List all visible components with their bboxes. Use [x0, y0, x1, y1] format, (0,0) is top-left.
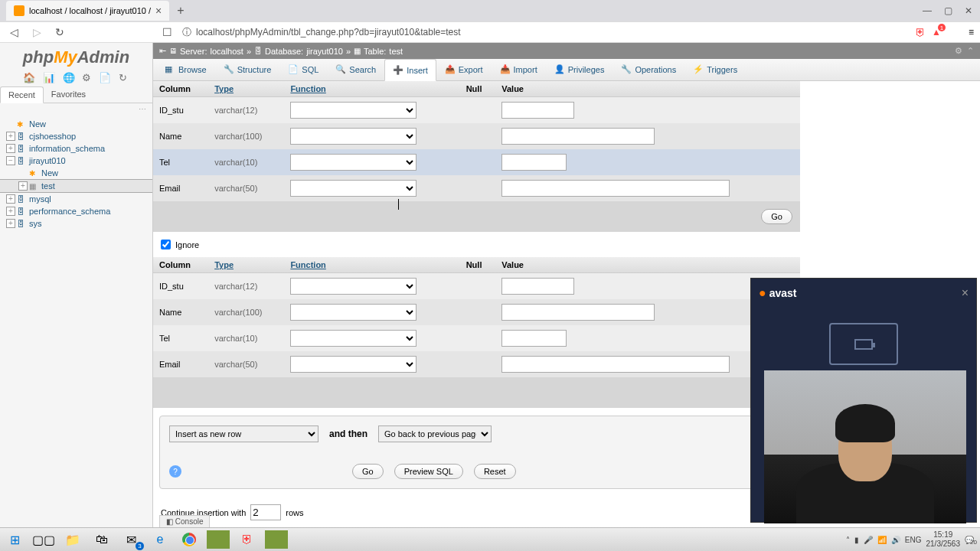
- close-window-icon[interactable]: ✕: [965, 5, 972, 16]
- clock[interactable]: 15:19 21/3/2563: [926, 530, 961, 549]
- language-indicator[interactable]: ENG: [905, 536, 922, 544]
- ignore-checkbox[interactable]: [161, 240, 171, 249]
- shield-icon[interactable]: ⛨: [915, 26, 926, 38]
- tree-db-mysql[interactable]: +mysql: [0, 193, 152, 205]
- tab-export[interactable]: 📤Export: [436, 59, 492, 80]
- tab-structure[interactable]: 🔧Structure: [215, 59, 280, 80]
- th-type[interactable]: Type: [208, 81, 284, 97]
- expand-icon[interactable]: +: [6, 194, 15, 204]
- tree-new-table[interactable]: New: [0, 167, 152, 179]
- tab-privileges[interactable]: 👤Privileges: [546, 59, 613, 80]
- close-icon[interactable]: ×: [962, 286, 969, 300]
- minimize-icon[interactable]: —: [923, 5, 932, 16]
- app-icon[interactable]: [265, 530, 288, 549]
- function-select[interactable]: [290, 356, 416, 373]
- help-icon[interactable]: ?: [169, 465, 181, 478]
- function-select[interactable]: [290, 304, 416, 321]
- reload-button[interactable]: ↻: [52, 24, 67, 40]
- battery-icon[interactable]: ▮: [854, 536, 859, 544]
- collapse-up-icon[interactable]: ⌃: [967, 46, 974, 56]
- warning-icon[interactable]: ▲: [932, 27, 941, 37]
- store-icon[interactable]: 🛍: [87, 528, 116, 552]
- expand-icon[interactable]: +: [6, 144, 15, 153]
- function-select[interactable]: [290, 330, 416, 347]
- phpmyadmin-logo[interactable]: phpMyAdmin: [0, 43, 152, 69]
- url-field[interactable]: ⓘ localhost/phpMyAdmin/tbl_change.php?db…: [182, 26, 907, 39]
- reset-button[interactable]: Reset: [474, 464, 516, 479]
- new-tab-button[interactable]: +: [169, 4, 191, 18]
- th-type[interactable]: Type: [208, 257, 284, 273]
- value-input[interactable]: [501, 356, 730, 373]
- rows-input[interactable]: [250, 504, 281, 520]
- task-view-icon[interactable]: ▢▢: [29, 528, 58, 552]
- value-input[interactable]: [501, 330, 567, 347]
- insert-mode-select[interactable]: Insert as new row: [169, 425, 318, 442]
- tree-new[interactable]: New: [0, 118, 152, 130]
- brave-icon[interactable]: ⛨: [233, 528, 262, 552]
- console-tab[interactable]: ◧ Console: [159, 515, 210, 527]
- file-explorer-icon[interactable]: 📁: [58, 528, 87, 552]
- expand-icon[interactable]: +: [18, 181, 28, 191]
- chrome-icon[interactable]: [175, 528, 204, 552]
- expand-icon[interactable]: +: [6, 132, 15, 141]
- th-function[interactable]: Function: [284, 81, 459, 97]
- bc-server[interactable]: localhost: [210, 47, 243, 56]
- th-function[interactable]: Function: [284, 257, 459, 273]
- gear-icon[interactable]: ⚙: [955, 46, 962, 56]
- tree-db-jirayut010[interactable]: −jirayut010: [0, 155, 152, 167]
- function-select[interactable]: [290, 278, 416, 295]
- tab-search[interactable]: 🔍Search: [327, 59, 384, 80]
- tab-recent[interactable]: Recent: [0, 86, 44, 103]
- tab-triggers[interactable]: ⚡Triggers: [684, 59, 746, 80]
- tab-operations[interactable]: 🔧Operations: [612, 59, 684, 80]
- sidebar-toolbar[interactable]: 🏠 📊 🌐 ⚙ 📄 ↻: [0, 69, 152, 86]
- browser-tab[interactable]: localhost / localhost / jirayut010 / ×: [6, 1, 169, 21]
- menu-icon[interactable]: ≡: [969, 27, 974, 37]
- tab-import[interactable]: 📥Import: [492, 59, 546, 80]
- tray-up-icon[interactable]: ˄: [846, 536, 850, 544]
- volume-icon[interactable]: 🔊: [891, 536, 900, 544]
- tree-db-information-schema[interactable]: +information_schema: [0, 142, 152, 155]
- maximize-icon[interactable]: ▢: [944, 5, 952, 16]
- mail-icon[interactable]: ✉3: [116, 528, 145, 552]
- preview-sql-button[interactable]: Preview SQL: [394, 464, 463, 479]
- back-button[interactable]: ◁: [6, 24, 21, 40]
- bookmark-icon[interactable]: ☐: [159, 24, 175, 40]
- mic-icon[interactable]: 🎤: [864, 536, 873, 544]
- close-icon[interactable]: ×: [155, 5, 162, 17]
- go-button[interactable]: Go: [761, 209, 792, 224]
- value-input[interactable]: [501, 304, 655, 321]
- tab-favorites[interactable]: Favorites: [44, 86, 93, 103]
- tab-sql[interactable]: 📄SQL: [279, 59, 327, 80]
- start-button[interactable]: ⊞: [0, 528, 29, 552]
- forward-button[interactable]: ▷: [29, 24, 44, 40]
- left-arrow-icon[interactable]: ⇤: [159, 46, 166, 56]
- collapse-handle[interactable]: ⋯: [0, 103, 152, 115]
- after-insert-select[interactable]: Go back to previous page: [378, 425, 492, 442]
- value-input[interactable]: [501, 180, 730, 197]
- tab-browse[interactable]: ▦Browse: [156, 59, 215, 80]
- function-select[interactable]: [290, 102, 416, 119]
- value-input[interactable]: [501, 102, 574, 119]
- edge-icon[interactable]: e: [145, 528, 175, 552]
- function-select[interactable]: [290, 180, 416, 197]
- tab-insert[interactable]: ➕Insert: [384, 59, 436, 81]
- function-select[interactable]: [290, 128, 416, 145]
- expand-icon[interactable]: +: [6, 207, 15, 216]
- value-input[interactable]: [501, 278, 574, 295]
- tree-table-test[interactable]: +test: [0, 179, 152, 193]
- bc-table[interactable]: test: [389, 47, 403, 56]
- camtasia-icon[interactable]: [207, 530, 230, 549]
- collapse-icon[interactable]: −: [6, 156, 15, 165]
- function-select[interactable]: [290, 154, 416, 171]
- expand-icon[interactable]: +: [6, 219, 15, 228]
- tree-db-cjshoesshop[interactable]: +cjshoesshop: [0, 130, 152, 142]
- wifi-icon[interactable]: 📶: [877, 536, 887, 544]
- tree-db-performance-schema[interactable]: +performance_schema: [0, 205, 152, 217]
- value-input[interactable]: [501, 128, 655, 145]
- value-input[interactable]: [501, 154, 567, 171]
- bc-database[interactable]: jirayut010: [306, 47, 343, 56]
- tree-db-sys[interactable]: +sys: [0, 217, 152, 230]
- go-button[interactable]: Go: [352, 464, 384, 479]
- notifications-icon[interactable]: 💬20: [965, 536, 974, 544]
